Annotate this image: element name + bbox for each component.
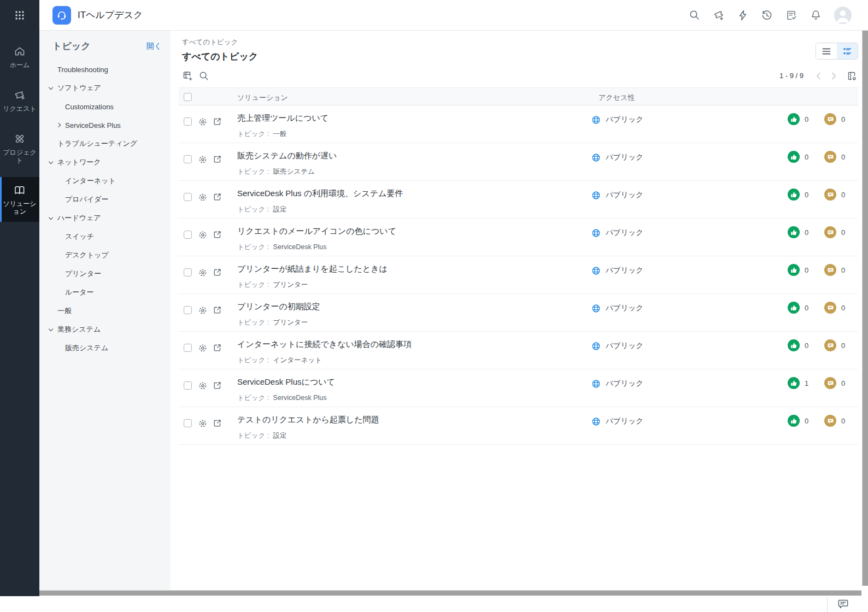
topic-tree-item[interactable]: 一般 — [39, 302, 171, 320]
like-badge[interactable] — [788, 415, 800, 427]
topic-tree-item[interactable]: ServiceDesk Plus — [39, 116, 171, 134]
like-badge[interactable] — [788, 264, 800, 276]
external-link-icon[interactable] — [213, 192, 222, 202]
gear-icon[interactable] — [198, 230, 208, 240]
external-link-icon[interactable] — [213, 419, 222, 428]
gear-icon[interactable] — [198, 117, 208, 127]
topic-tree-item[interactable]: トラブルシューティング — [39, 134, 171, 153]
add-request-icon[interactable] — [713, 9, 725, 21]
search-list-icon[interactable] — [198, 70, 209, 81]
next-page-icon[interactable] — [829, 71, 838, 81]
open-topics-link[interactable]: 開く — [146, 42, 162, 51]
external-link-icon[interactable] — [213, 305, 222, 315]
like-badge[interactable] — [788, 377, 800, 389]
topic-tree-item[interactable]: ルーター — [39, 283, 171, 302]
row-checkbox[interactable] — [184, 268, 192, 276]
add-view-icon[interactable] — [182, 70, 193, 81]
external-link-icon[interactable] — [213, 230, 222, 239]
vertical-scrollbar[interactable] — [862, 31, 868, 586]
topic-tree-item[interactable]: 販売システム — [39, 339, 171, 357]
gear-icon[interactable] — [198, 268, 208, 278]
solution-topic: トピック : プリンター — [237, 318, 308, 327]
search-icon[interactable] — [689, 9, 700, 21]
gear-icon[interactable] — [198, 155, 208, 164]
topic-tree-item[interactable]: プリンター — [39, 264, 171, 283]
like-badge[interactable] — [788, 226, 800, 238]
solution-title-link[interactable]: リクエストのメールアイコンの色について — [237, 226, 396, 237]
select-all-checkbox[interactable] — [184, 93, 192, 101]
gear-icon[interactable] — [198, 192, 208, 202]
comment-badge[interactable] — [824, 339, 836, 351]
external-link-icon[interactable] — [213, 117, 222, 126]
app-logo[interactable] — [52, 6, 71, 25]
comment-badge[interactable] — [824, 226, 836, 238]
external-link-icon[interactable] — [213, 268, 222, 277]
comment-badge[interactable] — [824, 264, 836, 276]
solution-title-link[interactable]: 売上管理ツールについて — [237, 113, 329, 123]
row-checkbox[interactable] — [184, 117, 192, 126]
topic-tree-item[interactable]: ソフトウェア — [39, 79, 171, 97]
comment-badge[interactable] — [824, 151, 836, 163]
list-view-button[interactable] — [816, 43, 837, 59]
solution-title-link[interactable]: プリンターの初期設定 — [237, 302, 320, 312]
like-badge[interactable] — [788, 113, 800, 125]
nav-item-projects[interactable]: プロジェクト — [0, 126, 39, 170]
solution-title-link[interactable]: 販売システムの動作が遅い — [237, 151, 337, 161]
like-badge[interactable] — [788, 339, 800, 351]
comment-badge[interactable] — [824, 415, 836, 427]
like-badge[interactable] — [788, 302, 800, 314]
comment-badge[interactable] — [824, 377, 836, 389]
quick-actions-icon[interactable] — [737, 9, 748, 21]
notifications-icon[interactable] — [810, 9, 822, 21]
comment-badge[interactable] — [824, 113, 836, 125]
topic-label: トピック : — [237, 356, 269, 364]
external-link-icon[interactable] — [213, 343, 222, 352]
app-switcher-button[interactable] — [0, 0, 39, 31]
row-checkbox[interactable] — [184, 306, 192, 314]
topic-tree-item[interactable]: ネットワーク — [39, 153, 171, 172]
solution-title-link[interactable]: ServiceDesk Plus の利用環境、システム要件 — [237, 189, 403, 199]
topic-tree-item[interactable]: 業務システム — [39, 320, 171, 339]
topic-tree-item[interactable]: Troubleshooting — [39, 60, 171, 79]
tasks-icon[interactable] — [785, 9, 797, 21]
row-checkbox[interactable] — [184, 155, 192, 163]
topic-tree-item[interactable]: ハードウェア — [39, 209, 171, 227]
comment-badge[interactable] — [824, 189, 836, 201]
external-link-icon[interactable] — [213, 381, 222, 390]
row-checkbox[interactable] — [184, 381, 192, 390]
solution-topic: トピック : 設定 — [237, 431, 287, 440]
like-badge[interactable] — [788, 189, 800, 201]
row-checkbox[interactable] — [184, 193, 192, 201]
solution-title-link[interactable]: ServiceDesk Plusについて — [237, 377, 335, 387]
history-icon[interactable] — [761, 9, 773, 21]
nav-item-solutions[interactable]: ソリューション — [0, 177, 39, 222]
topic-tree-item[interactable]: インターネット — [39, 172, 171, 190]
chat-feedback-icon[interactable] — [837, 598, 849, 610]
gear-icon[interactable] — [198, 343, 208, 353]
nav-item-home[interactable]: ホーム — [0, 38, 39, 75]
prev-page-icon[interactable] — [814, 71, 824, 81]
like-badge[interactable] — [788, 151, 800, 163]
gear-icon[interactable] — [198, 305, 208, 315]
pagination: 1 - 9 / 9 — [779, 70, 857, 81]
avatar[interactable] — [834, 7, 852, 24]
row-checkbox[interactable] — [184, 344, 192, 352]
row-checkbox[interactable] — [184, 419, 192, 427]
topic-tree-item[interactable]: スイッチ — [39, 227, 171, 246]
external-link-icon[interactable] — [213, 155, 222, 164]
gear-icon[interactable] — [198, 381, 208, 391]
detail-view-button[interactable] — [837, 43, 858, 59]
row-checkbox[interactable] — [184, 231, 192, 239]
horizontal-scrollbar[interactable] — [39, 590, 861, 596]
gear-icon[interactable] — [198, 419, 208, 428]
topic-tree-item[interactable]: Customizations — [39, 97, 171, 116]
solution-title-link[interactable]: プリンターが紙詰まりを起こしたときは — [237, 264, 388, 274]
solution-title-link[interactable]: テストのリクエストから起票した問題 — [237, 415, 379, 425]
nav-item-requests[interactable]: リクエスト — [0, 82, 39, 119]
topic-tree-item[interactable]: プロバイダー — [39, 190, 171, 209]
breadcrumb[interactable]: すべてのトピック — [182, 38, 861, 47]
column-settings-icon[interactable] — [846, 70, 857, 81]
topic-tree-item[interactable]: デスクトップ — [39, 246, 171, 264]
solution-title-link[interactable]: インターネットに接続できない場合の確認事項 — [237, 339, 412, 350]
comment-badge[interactable] — [824, 302, 836, 314]
